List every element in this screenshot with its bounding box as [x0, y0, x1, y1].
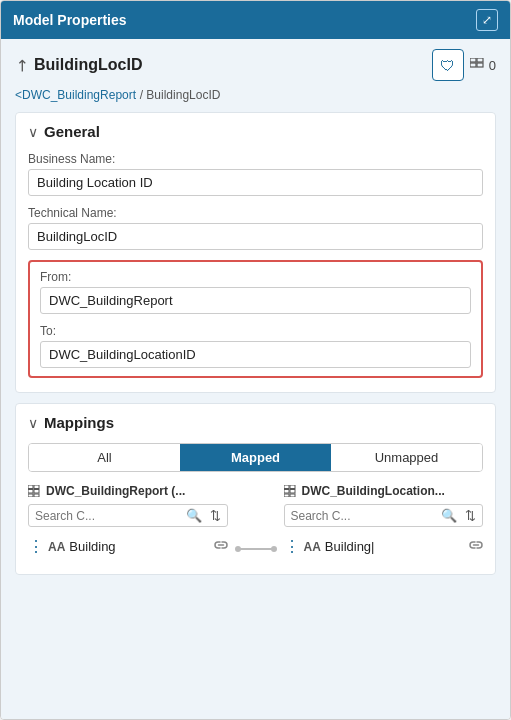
right-item-link[interactable]	[469, 538, 483, 555]
right-col-header-text: DWC_BuildingLocation...	[302, 484, 445, 498]
svg-rect-3	[477, 63, 483, 67]
general-section: ∨ General Business Name: Technical Name:…	[15, 112, 496, 393]
right-search-row: 🔍 ⇅	[284, 504, 484, 527]
right-mapping-item: ⋮ AA Building|	[284, 533, 484, 560]
mappings-toggle[interactable]: ∨	[28, 415, 38, 431]
svg-rect-6	[28, 490, 33, 494]
grid-count-button[interactable]: 0	[470, 58, 496, 73]
expand-button[interactable]: ⤢	[476, 9, 498, 31]
left-col-header-text: DWC_BuildingReport (...	[46, 484, 185, 498]
left-item-type: AA	[48, 540, 65, 554]
svg-rect-1	[477, 58, 483, 62]
business-name-input[interactable]	[28, 169, 483, 196]
svg-rect-5	[34, 485, 39, 489]
right-col-header: DWC_BuildingLocation...	[284, 484, 484, 498]
svg-rect-0	[470, 58, 476, 62]
technical-name-input[interactable]	[28, 223, 483, 250]
entity-icon: ↗	[10, 54, 33, 77]
left-col-table-icon	[28, 485, 42, 497]
left-item-dots[interactable]: ⋮	[28, 537, 44, 556]
mapping-tabs: All Mapped Unmapped	[28, 443, 483, 472]
mapping-right-col: DWC_BuildingLocation... 🔍 ⇅ ⋮ AA Buildin…	[284, 484, 484, 560]
svg-rect-14	[284, 494, 289, 497]
svg-rect-12	[284, 490, 289, 494]
shield-icon-button[interactable]: 🛡	[432, 49, 464, 81]
general-toggle[interactable]: ∨	[28, 124, 38, 140]
right-col-table-icon	[284, 485, 298, 497]
to-input[interactable]	[40, 341, 471, 368]
model-properties-panel: Model Properties ⤢ ↗ BuildingLocID 🛡	[0, 0, 511, 720]
from-group: From:	[40, 270, 471, 314]
svg-rect-15	[290, 494, 295, 497]
mapping-columns: DWC_BuildingReport (... 🔍 ⇅ ⋮ AA Buildin…	[28, 484, 483, 560]
shield-icon: 🛡	[440, 57, 455, 74]
grid-icon	[470, 58, 486, 72]
panel-header: Model Properties ⤢	[1, 1, 510, 39]
grid-count: 0	[489, 58, 496, 73]
breadcrumb-child: BuildingLocID	[146, 88, 220, 102]
to-group: To:	[40, 324, 471, 368]
breadcrumb-parent-link[interactable]: <DWC_BuildingReport	[15, 88, 136, 102]
svg-rect-9	[34, 494, 39, 497]
breadcrumb-actions: 🛡 0	[432, 49, 496, 81]
from-label: From:	[40, 270, 471, 284]
right-search-icon[interactable]: 🔍	[441, 508, 457, 523]
panel-body: ↗ BuildingLocID 🛡 0 <DWC_Bu	[1, 39, 510, 719]
left-search-row: 🔍 ⇅	[28, 504, 228, 527]
left-item-label: Building	[69, 539, 209, 554]
svg-rect-7	[34, 490, 39, 494]
breadcrumb-path-row: <DWC_BuildingReport / BuildingLocID	[15, 87, 496, 102]
tab-all[interactable]: All	[29, 444, 180, 471]
mappings-section-header: ∨ Mappings	[28, 414, 483, 431]
entity-name: BuildingLocID	[34, 56, 142, 74]
svg-rect-4	[28, 485, 33, 489]
from-to-box: From: To:	[28, 260, 483, 378]
right-item-label: Building|	[325, 539, 465, 554]
left-sort-icon[interactable]: ⇅	[210, 508, 221, 523]
svg-rect-2	[470, 63, 476, 67]
left-search-input[interactable]	[35, 509, 182, 523]
panel-title: Model Properties	[13, 12, 127, 28]
svg-rect-13	[290, 490, 295, 494]
mappings-title: Mappings	[44, 414, 114, 431]
svg-rect-8	[28, 494, 33, 497]
tab-mapped[interactable]: Mapped	[180, 444, 331, 471]
business-name-label: Business Name:	[28, 152, 483, 166]
left-col-header: DWC_BuildingReport (...	[28, 484, 228, 498]
connector-line	[238, 548, 274, 550]
right-sort-icon[interactable]: ⇅	[465, 508, 476, 523]
mapping-connector-area	[238, 484, 274, 560]
left-mapping-item: ⋮ AA Building	[28, 533, 228, 560]
right-item-dots[interactable]: ⋮	[284, 537, 300, 556]
general-section-header: ∨ General	[28, 123, 483, 140]
business-name-group: Business Name:	[28, 152, 483, 196]
breadcrumb-row: ↗ BuildingLocID 🛡 0	[15, 49, 496, 81]
svg-rect-11	[290, 485, 295, 489]
mappings-section: ∨ Mappings All Mapped Unmapped	[15, 403, 496, 575]
left-search-icon[interactable]: 🔍	[186, 508, 202, 523]
from-input[interactable]	[40, 287, 471, 314]
left-item-link[interactable]	[214, 538, 228, 555]
left-link-icon	[214, 538, 228, 552]
to-label: To:	[40, 324, 471, 338]
right-search-input[interactable]	[291, 509, 438, 523]
mapping-left-col: DWC_BuildingReport (... 🔍 ⇅ ⋮ AA Buildin…	[28, 484, 228, 560]
right-item-type: AA	[304, 540, 321, 554]
general-title: General	[44, 123, 100, 140]
right-link-icon	[469, 538, 483, 552]
svg-rect-10	[284, 485, 289, 489]
tab-unmapped[interactable]: Unmapped	[331, 444, 482, 471]
technical-name-group: Technical Name:	[28, 206, 483, 250]
technical-name-label: Technical Name:	[28, 206, 483, 220]
